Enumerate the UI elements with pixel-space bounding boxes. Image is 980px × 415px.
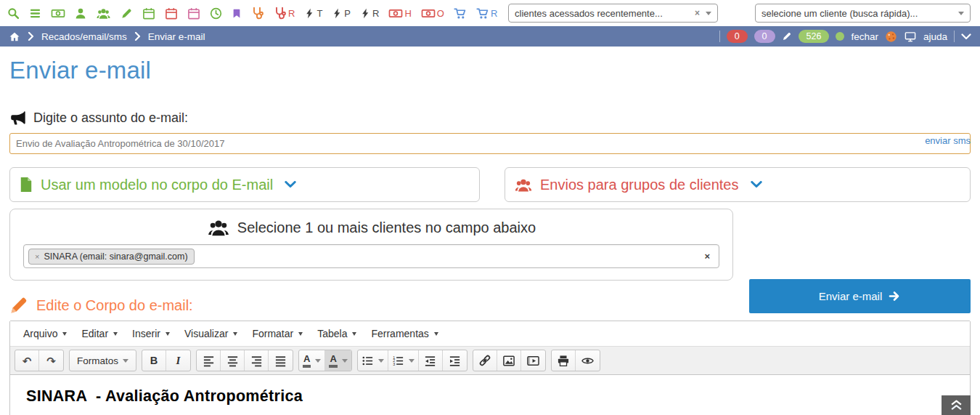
align-center-button[interactable] <box>221 350 245 371</box>
menu-ferramentas-label: Ferramentas <box>371 328 428 339</box>
ajuda-link[interactable]: ajuda <box>923 31 947 42</box>
eye-icon <box>581 355 595 367</box>
caret-down-icon <box>233 332 237 336</box>
insert-media-button[interactable] <box>521 350 545 371</box>
money-icon[interactable] <box>51 7 65 20</box>
calendar-red-icon[interactable] <box>165 7 178 20</box>
breadcrumb-section[interactable]: Recados/email/sms <box>41 31 127 42</box>
menu-icon[interactable] <box>29 7 41 20</box>
outdent-icon <box>424 355 436 367</box>
background-color-icon: A <box>329 353 337 368</box>
outdent-button[interactable] <box>419 350 443 371</box>
menu-formatar[interactable]: Formatar <box>245 323 310 345</box>
menu-tabela-label: Tabela <box>317 328 347 339</box>
editor-content-area[interactable]: SINARA - Avaliação Antropométrica <box>10 375 970 406</box>
menu-tabela[interactable]: Tabela <box>310 323 364 345</box>
cart-icon[interactable] <box>454 7 467 20</box>
bold-button[interactable]: B <box>142 350 166 371</box>
insert-image-button[interactable] <box>497 350 521 371</box>
chevron-down-icon <box>706 12 711 15</box>
align-left-button[interactable] <box>197 350 221 371</box>
undo-button[interactable]: ↶ <box>15 350 39 371</box>
numbered-list-button[interactable]: 123 <box>388 350 419 371</box>
menu-arquivo[interactable]: Arquivo <box>16 323 74 345</box>
bullet-list-button[interactable] <box>358 350 388 371</box>
text-color-button[interactable]: A <box>299 350 325 371</box>
subject-input[interactable] <box>9 133 971 154</box>
pencil-icon[interactable] <box>782 31 792 41</box>
bookmark-icon[interactable] <box>232 7 242 20</box>
quick-search-client-select[interactable]: selecione um cliente (busca rápida)... <box>755 4 971 23</box>
clock-icon[interactable] <box>210 7 222 20</box>
money-o-icon[interactable]: O <box>421 7 444 20</box>
selected-client-label: SINARA (email: sinara@gmail.com) <box>44 251 187 262</box>
recent-clients-select[interactable]: clientes acessados recentemente... × <box>508 4 718 23</box>
cart-r-letter: R <box>491 9 497 18</box>
stethoscope-r-icon[interactable]: R <box>274 7 295 20</box>
scroll-to-top-button[interactable] <box>942 395 971 415</box>
clients-multiselect[interactable]: × SINARA (email: sinara@gmail.com) × <box>23 244 719 268</box>
home-icon[interactable] <box>9 31 20 42</box>
recent-clients-clear-icon[interactable]: × <box>695 8 700 18</box>
align-left-icon <box>203 355 215 367</box>
formats-dropdown[interactable]: Formatos <box>70 350 136 371</box>
caret-down-icon <box>409 359 415 363</box>
megaphone-icon <box>9 110 27 126</box>
money-o-letter: O <box>437 9 444 18</box>
numbered-list-icon: 123 <box>392 355 404 367</box>
user-icon[interactable] <box>75 7 86 20</box>
menu-inserir[interactable]: Inserir <box>125 323 177 345</box>
clear-selection-icon[interactable]: × <box>704 251 710 262</box>
insert-link-button[interactable] <box>473 350 497 371</box>
calendar-pink-icon[interactable] <box>187 7 200 20</box>
calendar-green-icon[interactable] <box>142 7 155 20</box>
quick-search-select-value: selecione um cliente (busca rápida)... <box>761 8 958 19</box>
bolt-t-icon[interactable]: T <box>304 7 322 20</box>
bolt-r-icon[interactable]: R <box>360 7 379 20</box>
stethoscope-icon[interactable] <box>251 7 264 20</box>
search-icon[interactable] <box>7 7 20 20</box>
purple-count-badge[interactable]: 0 <box>754 30 775 43</box>
svg-text:3: 3 <box>393 362 395 366</box>
align-justify-icon <box>274 355 287 367</box>
red-count-badge[interactable]: 0 <box>727 30 748 43</box>
top-toolbar: R T P R H O R clientes acessados recente… <box>0 0 980 26</box>
remove-client-icon[interactable]: × <box>35 252 39 261</box>
indent-button[interactable] <box>443 350 467 371</box>
use-template-panel[interactable]: Usar um modelo no corpo do E-mail <box>9 167 480 202</box>
print-button[interactable] <box>552 350 576 371</box>
green-count-badge[interactable]: 526 <box>799 30 830 43</box>
caret-down-icon <box>352 332 356 336</box>
italic-button[interactable]: I <box>166 350 190 371</box>
money-h-letter: H <box>404 9 411 18</box>
pencil-icon[interactable] <box>121 7 133 20</box>
caret-down-icon <box>113 332 118 336</box>
align-justify-button[interactable] <box>269 350 293 371</box>
cart-r-icon[interactable]: R <box>476 7 497 20</box>
stethoscope-r-letter: R <box>288 9 295 18</box>
menu-editar[interactable]: Editar <box>74 323 125 345</box>
money-h-icon[interactable]: H <box>388 7 411 20</box>
palette-icon[interactable] <box>885 31 897 43</box>
group-send-panel[interactable]: Envios para grupos de clientes <box>505 167 971 202</box>
enviar-sms-link[interactable]: enviar sms <box>925 135 971 146</box>
bolt-p-icon[interactable]: P <box>332 7 351 20</box>
chevron-down-icon[interactable] <box>961 33 971 40</box>
email-body-text[interactable]: SINARA - Avaliação Antropométrica <box>26 387 970 406</box>
use-template-label: Usar um modelo no corpo do E-mail <box>41 177 273 193</box>
recent-clients-select-value: clientes acessados recentemente... <box>515 8 695 19</box>
menu-ferramentas[interactable]: Ferramentas <box>364 323 445 345</box>
menu-visualizar[interactable]: Visualizar <box>177 323 245 345</box>
send-email-button[interactable]: Enviar e-mail <box>749 279 971 313</box>
text-color-icon: A <box>303 353 311 368</box>
align-right-button[interactable] <box>245 350 269 371</box>
users-icon[interactable] <box>96 7 111 20</box>
caret-down-icon <box>298 332 303 336</box>
preview-button[interactable] <box>576 350 600 371</box>
fechar-link[interactable]: fechar <box>851 31 878 42</box>
background-color-button[interactable]: A <box>325 350 351 371</box>
formats-label: Formatos <box>77 355 118 366</box>
monitor-icon[interactable] <box>904 31 917 43</box>
select-clients-heading-row: Selecione 1 ou mais clientes no campo ab… <box>23 218 719 237</box>
redo-button[interactable]: ↷ <box>39 350 63 371</box>
